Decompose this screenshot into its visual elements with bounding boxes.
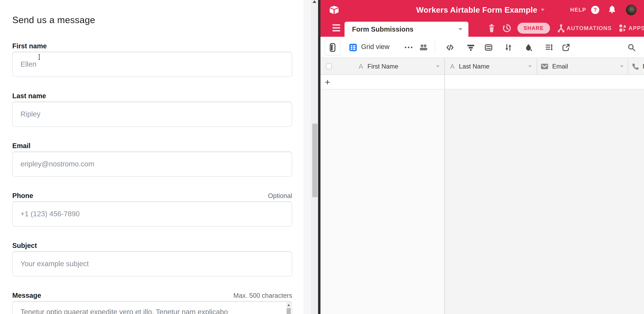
first-name-input[interactable] (12, 52, 292, 77)
email-input[interactable] (12, 151, 292, 177)
message-textarea[interactable]: Tenetur optio quaerat expedite vero et i… (12, 301, 292, 314)
base-title: Workers Airtable Form Example (416, 5, 537, 15)
tab-form-submissions[interactable]: Form Submissions (344, 22, 468, 37)
column-header-first-name[interactable]: A First Name (359, 59, 398, 74)
title-caret-icon (541, 9, 544, 11)
view-sidebar-toggle-button[interactable] (324, 40, 340, 56)
text-field-icon: A (359, 63, 363, 70)
more-options-icon[interactable] (405, 47, 412, 48)
scrollbar-up-arrow-icon[interactable] (312, 0, 316, 3)
table-tab-bar: Form Submissions SHARE (320, 20, 644, 37)
field-group-first-name: First name (12, 42, 292, 77)
last-name-label: Last name (12, 92, 46, 100)
hide-fields-icon[interactable] (446, 44, 454, 52)
page-scrollbar-thumb[interactable] (312, 124, 318, 197)
view-name[interactable]: Grid view (361, 43, 390, 51)
last-name-input[interactable] (12, 102, 292, 127)
toolbar-divider (435, 41, 435, 54)
email-label: Email (12, 142, 30, 150)
share-button[interactable]: SHARE (518, 23, 550, 34)
ibeam-cursor (38, 54, 40, 61)
message-max-note: Max. 500 characters (234, 292, 292, 299)
group-icon[interactable] (484, 44, 492, 52)
subject-label: Subject (12, 242, 37, 249)
add-record-plus-icon[interactable]: + (325, 77, 330, 87)
window-divider (318, 0, 320, 314)
column-caret-icon (436, 66, 440, 68)
view-toolbar: Grid view (320, 37, 644, 58)
grid-column-header-row: A First Name A Last Name Email (320, 59, 644, 75)
field-group-last-name: Last name (12, 92, 292, 127)
column-header-phone[interactable]: Phone (632, 59, 644, 74)
select-all-checkbox[interactable] (326, 63, 332, 69)
text-field-icon: A (450, 63, 454, 70)
filter-icon[interactable] (467, 44, 475, 52)
field-group-email: Email (12, 141, 292, 177)
automations-icon[interactable] (557, 24, 565, 33)
field-group-subject: Subject (12, 241, 292, 276)
first-name-label: First name (12, 42, 47, 50)
page-scrollbar-track[interactable] (311, 0, 318, 314)
share-view-icon[interactable] (562, 44, 570, 52)
automations-button[interactable]: AUTOMATIONS (567, 25, 612, 32)
tab-caret-icon (458, 28, 462, 31)
phone-label: Phone (12, 192, 33, 200)
apps-button[interactable]: APPS (628, 25, 644, 32)
primary-column-divider (444, 59, 445, 314)
search-icon[interactable] (628, 44, 636, 52)
sort-icon[interactable] (504, 44, 512, 52)
message-text: Tenetur optio quaerat expedite vero et i… (20, 308, 278, 314)
hamburger-menu-icon[interactable] (332, 24, 340, 33)
message-label: Message (12, 292, 41, 299)
notifications-bell-icon[interactable] (608, 6, 616, 14)
grid-empty-area-left (320, 90, 444, 314)
row-height-icon[interactable] (545, 44, 553, 52)
column-divider (537, 59, 537, 75)
scroll-up-arrow-icon[interactable] (288, 304, 290, 306)
add-record-row[interactable]: + (320, 75, 644, 89)
grid-view-icon[interactable] (349, 44, 357, 52)
page-scrollbar-gutter (304, 0, 318, 314)
field-group-message: Message Max. 500 characters Tenetur opti… (12, 291, 292, 314)
column-header-email[interactable]: Email (541, 59, 568, 74)
column-caret-icon (528, 66, 532, 68)
apps-icon[interactable] (619, 24, 627, 32)
user-avatar[interactable] (626, 5, 636, 15)
airtable-topbar: Workers Airtable Form Example HELP ? (320, 0, 644, 20)
airtable-logo-icon[interactable] (329, 4, 339, 16)
column-divider (628, 59, 628, 75)
color-icon[interactable] (525, 44, 533, 52)
grid-empty-area-right (445, 90, 644, 314)
history-icon[interactable] (502, 24, 511, 33)
airtable-pane: Workers Airtable Form Example HELP ? For… (320, 0, 644, 314)
trash-icon[interactable] (488, 24, 495, 33)
base-title-button[interactable]: Workers Airtable Form Example (416, 0, 544, 20)
help-button[interactable]: HELP (570, 7, 586, 13)
contact-form-pane: Send us a message First name Last name E… (0, 0, 304, 314)
help-question-icon[interactable]: ? (591, 6, 599, 14)
column-caret-icon (620, 66, 624, 68)
form-heading: Send us a message (12, 14, 292, 25)
active-table-name: Form Submissions (352, 26, 458, 33)
column-header-last-name[interactable]: A Last Name (450, 59, 490, 74)
collaborators-icon[interactable] (419, 44, 428, 52)
phone-input[interactable] (12, 201, 292, 226)
field-group-phone: Phone Optional (12, 191, 292, 226)
email-field-icon (541, 64, 548, 69)
subject-input[interactable] (12, 251, 292, 276)
textarea-scrollbar[interactable] (286, 302, 291, 314)
phone-optional-note: Optional (268, 192, 292, 200)
phone-field-icon (632, 63, 638, 70)
textarea-scroll-thumb[interactable] (287, 308, 291, 314)
